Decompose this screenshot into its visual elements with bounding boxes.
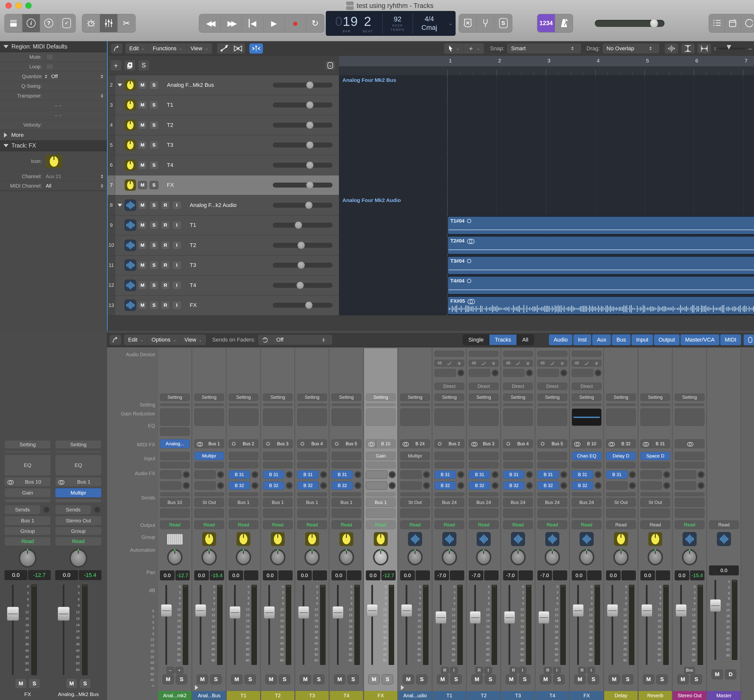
device-knob[interactable] [457,369,464,377]
group-slot[interactable]: Group [5,527,51,535]
send-bus-button[interactable]: B 32 [469,481,490,490]
mixer-filter-audio[interactable]: Audio [549,334,572,345]
group-slot[interactable]: Group [55,527,101,535]
track-row-10[interactable]: 10MSRIT2 [108,235,339,255]
input-gain-row[interactable]: 48φ [434,360,464,367]
hipass-icon[interactable] [479,360,489,366]
send-bus-button[interactable]: B 31 [434,470,456,479]
beat-ruler[interactable] [339,67,754,75]
mute-button[interactable]: M [540,674,551,684]
input-gain-row[interactable]: 48φ [572,360,601,367]
audio-fx-slot[interactable] [434,452,464,460]
input-button[interactable]: Analog... [160,439,190,448]
menu-view[interactable]: View⌄ [186,43,212,54]
mute-button[interactable]: M [197,674,208,684]
solo-button[interactable]: S [450,674,462,684]
send-knob[interactable] [492,482,499,489]
send-slot-3[interactable] [263,492,293,496]
mixer-view-all[interactable]: All [517,334,534,345]
automation-read-button[interactable]: Read [194,520,224,529]
direct-button[interactable]: Direct [469,383,499,390]
send-knob[interactable] [595,482,601,489]
track-input-monitor-button[interactable]: I [172,301,181,309]
track-sort-button[interactable]: ⌄ [325,61,336,70]
group-slot[interactable] [572,508,601,518]
fader-handle[interactable] [676,604,687,617]
fader-handle[interactable] [195,604,206,617]
dim-button[interactable]: D [725,669,736,679]
audio-fx-slot[interactable] [537,452,567,460]
send-knob[interactable] [354,482,361,489]
region-t304[interactable]: T3#04 [447,256,754,275]
strip-name-tab[interactable]: Master [707,691,741,700]
output-button[interactable]: Bus 1 [297,498,327,507]
mute-button[interactable]: M [677,674,688,684]
mixer-filter-bus[interactable]: Bus [612,334,631,345]
mute-button[interactable]: M [66,679,77,689]
group-slot[interactable] [228,508,258,518]
setting-button[interactable]: Setting [263,394,293,401]
mute-button[interactable]: M [643,674,654,684]
fader-handle[interactable] [58,607,70,621]
catch-playhead-icon[interactable] [249,43,263,54]
fader-track[interactable] [200,585,201,665]
group-slot[interactable] [469,508,499,518]
audio-fx-gain[interactable]: Gain [5,488,51,497]
fader-handle[interactable] [573,604,584,617]
track-volume-knob[interactable] [306,81,314,89]
pan-knob[interactable] [442,549,457,566]
mute-button[interactable]: M [712,669,723,679]
track-row-13[interactable]: 13MSRIFX [108,295,339,316]
pan-knob[interactable] [510,549,526,566]
input-button[interactable]: B 24 [400,439,430,448]
eq-slot[interactable] [160,408,190,426]
cycle-icon[interactable]: ↻ [306,14,324,32]
track-mute-button[interactable]: M [138,181,147,189]
track-volume-slider[interactable] [273,123,333,128]
track-record-button[interactable]: R [161,261,170,269]
send-knob[interactable] [629,482,636,489]
mute-button[interactable]: M [471,674,483,684]
fader-track[interactable] [12,584,14,675]
setting-button[interactable]: Setting [675,394,704,401]
record-enable-button[interactable]: R [475,667,483,674]
direct-button[interactable]: Direct [503,383,533,390]
region-row-transpose[interactable]: Transpose: [0,91,107,101]
fader-handle[interactable] [7,607,19,621]
send-bus-button[interactable]: B 31 [503,470,525,479]
send-bus-button[interactable]: B 31 [331,470,353,479]
strip-name-tab[interactable]: Anal...Bus [192,691,226,700]
device-knob[interactable] [595,369,601,377]
region-row-loop[interactable]: Loop: [0,62,107,72]
fader-handle[interactable] [642,604,652,617]
send-knob[interactable] [183,482,190,489]
mute-button[interactable]: M [162,674,174,684]
track-solo-button[interactable]: S [150,261,158,269]
phase-icon[interactable]: φ [454,361,464,366]
send-knob[interactable] [423,471,430,478]
audio-fx-multipr[interactable]: Multipr [400,452,430,460]
automation-read-button[interactable]: Read [709,520,739,529]
send-knob[interactable] [560,482,567,489]
track-volume-slider[interactable] [273,162,333,168]
eq-slot[interactable] [537,408,567,426]
setting-button[interactable]: Setting [55,440,101,449]
send-bus-button[interactable]: B 31 [606,470,628,479]
fader-handle[interactable] [333,606,343,619]
send-knob[interactable] [93,505,101,514]
channel-strip-analbus[interactable]: SettingBus 1MultiprSt OutRead0.0-15.4036… [192,348,226,700]
track-solo-button[interactable]: S [150,121,158,129]
region-row-mute[interactable]: Mute: [0,52,107,62]
channel-strip-t1[interactable]: SettingBus 2B 31B 32Bus 1Read0.003691215… [227,348,261,700]
mixer-filter-mastervca[interactable]: Master/VCA [681,334,720,345]
checkbox[interactable] [46,54,53,60]
automation-read-button[interactable]: Read [160,520,190,529]
track-mute-button[interactable]: M [138,81,147,89]
setting-button[interactable]: Setting [366,394,396,401]
track-volume-slider[interactable] [273,303,333,308]
send-knob[interactable] [663,471,670,478]
input-button[interactable]: Bus 3 [263,439,293,448]
menu-functions[interactable]: Functions⌄ [149,43,186,54]
pan-knob[interactable] [201,549,217,566]
send-knob[interactable] [286,482,293,489]
